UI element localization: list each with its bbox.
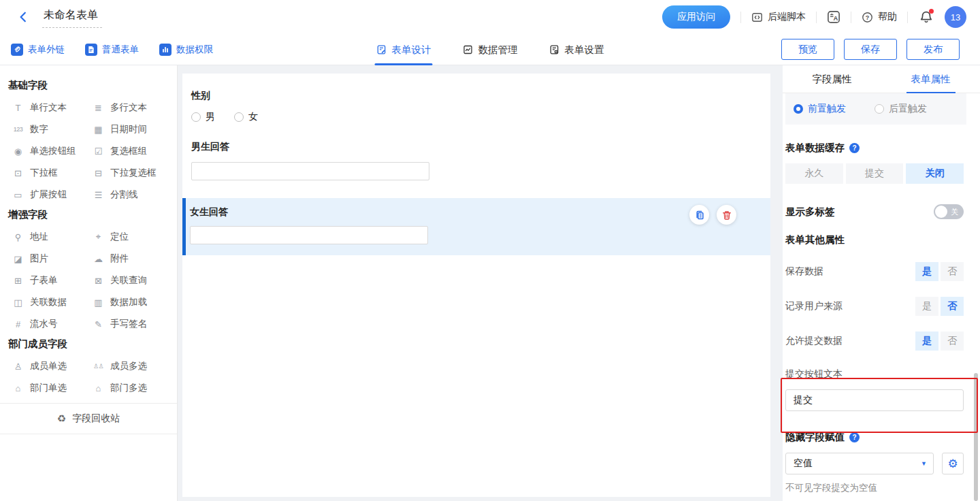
tab-表单设计[interactable]: 表单设计	[376, 34, 431, 65]
copy-field-button[interactable]	[689, 205, 709, 225]
multi-tab-toggle[interactable]: 关	[934, 204, 964, 219]
radio-option-女[interactable]: 女	[234, 111, 258, 123]
panel-scrollbar[interactable]	[974, 373, 978, 501]
cache-option-永久[interactable]: 永久	[785, 163, 843, 184]
trigger-option-前置触发[interactable]: 前置触发	[794, 103, 846, 115]
palette-item-多行文本[interactable]: ≣多行文本	[88, 97, 169, 118]
action-button-保存[interactable]: 保存	[844, 39, 897, 60]
select-icon: ⊡	[12, 168, 24, 178]
palette-item-子表单[interactable]: ⊞子表单	[8, 270, 88, 291]
palette-item-label: 成员多选	[110, 360, 147, 372]
palette-item-图片[interactable]: ◪图片	[8, 248, 88, 270]
single-line-text-icon: T	[12, 103, 24, 113]
no-button[interactable]: 否	[941, 297, 964, 316]
submit-text-input[interactable]	[785, 389, 964, 411]
radio-option-男[interactable]: 男	[191, 111, 215, 123]
form-canvas[interactable]: 性别 男女 男生回答 女生回答	[182, 74, 770, 497]
palette-item-手写签名[interactable]: ✎手写签名	[88, 313, 169, 335]
help-circle-icon: ?	[862, 12, 873, 23]
palette-item-关联查询[interactable]: ⊠关联查询	[88, 270, 169, 291]
notification-dot	[929, 9, 934, 14]
yes-button[interactable]: 是	[915, 332, 938, 351]
palette-item-附件[interactable]: ☁附件	[88, 248, 169, 270]
no-button[interactable]: 否	[941, 262, 964, 281]
palette-item-数字[interactable]: 123数字	[8, 118, 88, 140]
palette-item-单行文本[interactable]: T单行文本	[8, 97, 88, 118]
form-doc-icon	[85, 44, 97, 56]
section-grid: T单行文本≣多行文本123数字▦日期时间◉单选按钮组☑复选框组⊡下拉框⊟下拉复选…	[8, 97, 169, 206]
gear-icon: ⚙	[947, 457, 958, 471]
form-field-female-answer-selected[interactable]: 女生回答	[182, 198, 770, 255]
palette-item-成员多选[interactable]: ♙♙成员多选	[88, 355, 169, 377]
hidden-field-settings-button[interactable]: ⚙	[942, 453, 964, 474]
palette-item-下拉框[interactable]: ⊡下拉框	[8, 162, 88, 184]
yes-button[interactable]: 是	[915, 297, 938, 316]
palette-item-数据加载[interactable]: ▥数据加载	[88, 291, 169, 313]
palette-item-定位[interactable]: ⌖定位	[88, 226, 169, 248]
tab-表单设置[interactable]: 表单设置	[549, 34, 604, 65]
section-grid: ♙成员单选♙♙成员多选⌂部门单选⌂部门多选	[8, 355, 169, 399]
palette-item-label: 日期时间	[110, 123, 147, 135]
notifications-button[interactable]	[918, 9, 934, 25]
palette-item-label: 附件	[110, 253, 129, 265]
back-button[interactable]	[15, 9, 31, 25]
palette-item-部门多选[interactable]: ⌂部门多选	[88, 377, 169, 399]
text-field-input[interactable]	[191, 162, 429, 180]
yes-button[interactable]: 是	[915, 262, 938, 281]
hidden-field-select[interactable]: 空值 ▼	[785, 453, 934, 474]
form-settings-icon	[549, 44, 560, 55]
trigger-options: 前置触发后置触发	[785, 93, 966, 125]
submit-text-label: 提交按钮文本	[785, 368, 964, 381]
form-cache-label: 表单数据缓存	[785, 142, 845, 155]
palette-item-label: 单选按钮组	[30, 145, 76, 157]
palette-item-下拉复选框[interactable]: ⊟下拉复选框	[88, 162, 169, 184]
related-query-icon: ⊠	[92, 276, 105, 286]
palette-item-日期时间[interactable]: ▦日期时间	[88, 118, 169, 140]
form-field-male-answer[interactable]: 男生回答	[182, 141, 770, 180]
tab-field-properties[interactable]: 字段属性	[783, 65, 881, 93]
other-props-title: 表单其他属性	[785, 233, 845, 246]
palette-item-label: 复选框组	[110, 145, 147, 157]
question-badge-icon[interactable]: ?	[849, 432, 860, 442]
action-button-发布[interactable]: 发布	[906, 39, 960, 60]
palette-item-label: 下拉复选框	[110, 167, 157, 179]
prop-row-label: 记录用户来源	[785, 300, 843, 312]
palette-item-流水号[interactable]: #流水号	[8, 313, 88, 335]
help-button[interactable]: ? 帮助	[862, 11, 897, 23]
palette-item-label: 单行文本	[30, 101, 67, 114]
cache-option-关闭[interactable]: 关闭	[906, 163, 964, 184]
cache-option-提交[interactable]: 提交	[846, 163, 904, 184]
backend-script-button[interactable]: 后端脚本	[751, 11, 806, 23]
delete-field-button[interactable]	[717, 205, 736, 225]
palette-item-分割线[interactable]: ☰分割线	[88, 184, 169, 206]
tab-form-properties[interactable]: 表单属性	[881, 65, 980, 93]
no-button[interactable]: 否	[941, 332, 964, 351]
toolbar-badge-普通表单[interactable]: 普通表单	[85, 44, 139, 56]
tab-数据管理[interactable]: 数据管理	[463, 34, 518, 65]
field-recycle-bin[interactable]: ♻ 字段回收站	[0, 403, 177, 434]
form-cache-section: 表单数据缓存 ?	[785, 142, 964, 155]
palette-item-成员单选[interactable]: ♙成员单选	[8, 355, 88, 377]
related-data-icon: ◫	[12, 297, 24, 308]
app-header: 未命名表单 应用访问 后端脚本 A ? 帮助 13	[0, 0, 980, 34]
question-badge-icon[interactable]: ?	[849, 143, 860, 153]
checkbox-group-icon: ☑	[92, 146, 105, 157]
translate-button[interactable]: A	[827, 10, 840, 24]
toolbar-badge-表单外链[interactable]: 表单外链	[11, 44, 65, 56]
divider	[907, 12, 908, 23]
palette-item-地址[interactable]: ⚲地址	[8, 226, 88, 248]
action-button-预览[interactable]: 预览	[781, 39, 834, 60]
form-title[interactable]: 未命名表单	[42, 7, 102, 28]
palette-item-复选框组[interactable]: ☑复选框组	[88, 140, 169, 162]
palette-item-扩展按钮[interactable]: ▭扩展按钮	[8, 184, 88, 206]
yes-no-buttons: 是否	[915, 297, 964, 316]
app-access-button[interactable]: 应用访问	[662, 5, 730, 29]
text-field-input[interactable]	[190, 226, 428, 244]
palette-item-关联数据[interactable]: ◫关联数据	[8, 291, 88, 313]
avatar[interactable]: 13	[945, 6, 966, 28]
trigger-option-后置触发[interactable]: 后置触发	[875, 103, 927, 115]
palette-item-单选按钮组[interactable]: ◉单选按钮组	[8, 140, 88, 162]
toolbar-badge-数据权限[interactable]: 数据权限	[159, 44, 213, 56]
palette-item-部门单选[interactable]: ⌂部门单选	[8, 377, 88, 399]
form-field-gender[interactable]: 性别 男女	[182, 90, 770, 123]
